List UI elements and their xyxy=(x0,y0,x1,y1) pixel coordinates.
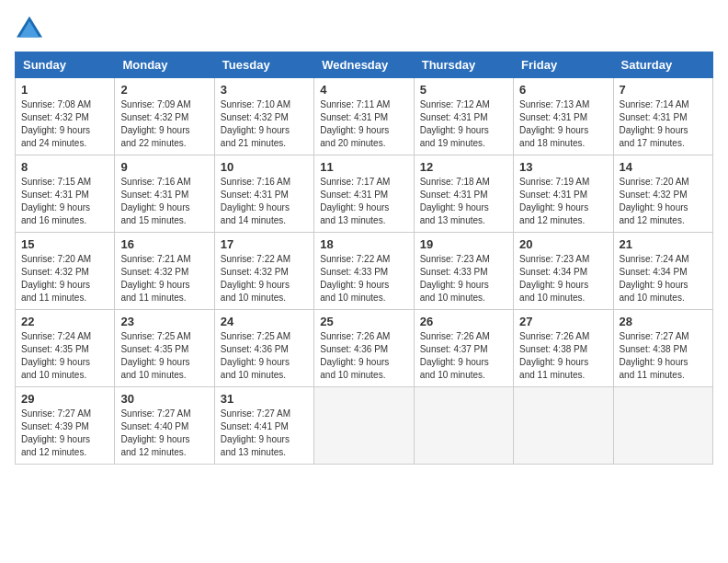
day-info: Sunrise: 7:26 AM Sunset: 4:38 PM Dayligh… xyxy=(519,330,607,382)
day-info: Sunrise: 7:27 AM Sunset: 4:41 PM Dayligh… xyxy=(221,408,308,459)
day-info: Sunrise: 7:27 AM Sunset: 4:40 PM Dayligh… xyxy=(120,408,208,459)
day-cell: 8Sunrise: 7:15 AM Sunset: 4:31 PM Daylig… xyxy=(16,155,115,233)
day-cell: 27Sunrise: 7:26 AM Sunset: 4:38 PM Dayli… xyxy=(514,310,613,387)
day-number: 7 xyxy=(620,83,707,97)
week-row-1: 1Sunrise: 7:08 AM Sunset: 4:32 PM Daylig… xyxy=(16,78,713,155)
day-cell: 29Sunrise: 7:27 AM Sunset: 4:39 PM Dayli… xyxy=(16,387,115,465)
day-number: 6 xyxy=(519,83,607,97)
day-info: Sunrise: 7:23 AM Sunset: 4:33 PM Dayligh… xyxy=(420,253,507,304)
day-number: 24 xyxy=(221,315,308,328)
day-cell: 20Sunrise: 7:23 AM Sunset: 4:34 PM Dayli… xyxy=(514,233,613,310)
week-row-5: 29Sunrise: 7:27 AM Sunset: 4:39 PM Dayli… xyxy=(16,387,713,465)
day-number: 5 xyxy=(420,83,507,97)
day-number: 22 xyxy=(21,315,108,328)
day-number: 17 xyxy=(221,237,308,251)
day-cell: 4Sunrise: 7:11 AM Sunset: 4:31 PM Daylig… xyxy=(314,78,414,155)
day-info: Sunrise: 7:17 AM Sunset: 4:31 PM Dayligh… xyxy=(320,176,407,227)
day-cell: 21Sunrise: 7:24 AM Sunset: 4:34 PM Dayli… xyxy=(613,233,712,310)
day-cell: 12Sunrise: 7:18 AM Sunset: 4:31 PM Dayli… xyxy=(414,155,513,233)
day-number: 1 xyxy=(21,83,108,97)
day-info: Sunrise: 7:20 AM Sunset: 4:32 PM Dayligh… xyxy=(620,176,707,227)
day-number: 4 xyxy=(320,83,407,97)
day-cell xyxy=(514,387,613,465)
header-cell-friday: Friday xyxy=(514,52,613,78)
day-cell: 3Sunrise: 7:10 AM Sunset: 4:32 PM Daylig… xyxy=(214,78,313,155)
day-info: Sunrise: 7:21 AM Sunset: 4:32 PM Dayligh… xyxy=(120,253,208,304)
day-info: Sunrise: 7:27 AM Sunset: 4:38 PM Dayligh… xyxy=(620,330,707,382)
day-info: Sunrise: 7:25 AM Sunset: 4:36 PM Dayligh… xyxy=(221,330,308,382)
header-cell-saturday: Saturday xyxy=(613,52,712,78)
day-info: Sunrise: 7:16 AM Sunset: 4:31 PM Dayligh… xyxy=(221,176,308,227)
day-cell: 16Sunrise: 7:21 AM Sunset: 4:32 PM Dayli… xyxy=(115,233,214,310)
day-cell: 11Sunrise: 7:17 AM Sunset: 4:31 PM Dayli… xyxy=(314,155,414,233)
day-number: 12 xyxy=(420,160,507,174)
day-number: 16 xyxy=(120,237,208,251)
day-number: 23 xyxy=(120,315,208,328)
week-row-3: 15Sunrise: 7:20 AM Sunset: 4:32 PM Dayli… xyxy=(16,233,713,310)
day-number: 21 xyxy=(620,237,707,251)
day-info: Sunrise: 7:10 AM Sunset: 4:32 PM Dayligh… xyxy=(221,98,308,150)
day-number: 26 xyxy=(420,315,507,328)
day-cell: 26Sunrise: 7:26 AM Sunset: 4:37 PM Dayli… xyxy=(414,310,513,387)
day-cell: 24Sunrise: 7:25 AM Sunset: 4:36 PM Dayli… xyxy=(214,310,313,387)
day-cell: 31Sunrise: 7:27 AM Sunset: 4:41 PM Dayli… xyxy=(214,387,313,465)
day-cell: 30Sunrise: 7:27 AM Sunset: 4:40 PM Dayli… xyxy=(115,387,214,465)
day-info: Sunrise: 7:24 AM Sunset: 4:35 PM Dayligh… xyxy=(21,330,108,382)
day-cell xyxy=(613,387,712,465)
day-info: Sunrise: 7:22 AM Sunset: 4:33 PM Dayligh… xyxy=(320,253,407,304)
day-cell xyxy=(414,387,513,465)
day-number: 27 xyxy=(519,315,607,328)
day-cell: 15Sunrise: 7:20 AM Sunset: 4:32 PM Dayli… xyxy=(16,233,115,310)
day-info: Sunrise: 7:18 AM Sunset: 4:31 PM Dayligh… xyxy=(420,176,507,227)
day-cell: 7Sunrise: 7:14 AM Sunset: 4:31 PM Daylig… xyxy=(613,78,712,155)
day-info: Sunrise: 7:24 AM Sunset: 4:34 PM Dayligh… xyxy=(620,253,707,304)
day-info: Sunrise: 7:14 AM Sunset: 4:31 PM Dayligh… xyxy=(620,98,707,150)
day-number: 28 xyxy=(620,315,707,328)
page-header xyxy=(15,15,713,40)
header-cell-sunday: Sunday xyxy=(16,52,115,78)
logo xyxy=(15,15,48,40)
header-row: SundayMondayTuesdayWednesdayThursdayFrid… xyxy=(16,52,713,78)
day-info: Sunrise: 7:26 AM Sunset: 4:37 PM Dayligh… xyxy=(420,330,507,382)
day-number: 15 xyxy=(21,237,108,251)
day-number: 25 xyxy=(320,315,407,328)
day-number: 19 xyxy=(420,237,507,251)
day-cell: 19Sunrise: 7:23 AM Sunset: 4:33 PM Dayli… xyxy=(414,233,513,310)
day-number: 31 xyxy=(221,392,308,406)
calendar-table: SundayMondayTuesdayWednesdayThursdayFrid… xyxy=(15,52,713,465)
day-cell: 2Sunrise: 7:09 AM Sunset: 4:32 PM Daylig… xyxy=(115,78,214,155)
day-info: Sunrise: 7:23 AM Sunset: 4:34 PM Dayligh… xyxy=(519,253,607,304)
day-info: Sunrise: 7:26 AM Sunset: 4:36 PM Dayligh… xyxy=(320,330,407,382)
day-number: 10 xyxy=(221,160,308,174)
day-info: Sunrise: 7:16 AM Sunset: 4:31 PM Dayligh… xyxy=(120,176,208,227)
day-cell: 28Sunrise: 7:27 AM Sunset: 4:38 PM Dayli… xyxy=(613,310,712,387)
day-number: 18 xyxy=(320,237,407,251)
day-cell xyxy=(314,387,414,465)
day-cell: 9Sunrise: 7:16 AM Sunset: 4:31 PM Daylig… xyxy=(115,155,214,233)
day-number: 8 xyxy=(21,160,108,174)
day-cell: 22Sunrise: 7:24 AM Sunset: 4:35 PM Dayli… xyxy=(16,310,115,387)
day-cell: 13Sunrise: 7:19 AM Sunset: 4:31 PM Dayli… xyxy=(514,155,613,233)
day-info: Sunrise: 7:11 AM Sunset: 4:31 PM Dayligh… xyxy=(320,98,407,150)
day-info: Sunrise: 7:27 AM Sunset: 4:39 PM Dayligh… xyxy=(21,408,108,459)
day-info: Sunrise: 7:09 AM Sunset: 4:32 PM Dayligh… xyxy=(120,98,208,150)
day-number: 20 xyxy=(519,237,607,251)
day-number: 13 xyxy=(519,160,607,174)
day-number: 29 xyxy=(21,392,108,406)
week-row-4: 22Sunrise: 7:24 AM Sunset: 4:35 PM Dayli… xyxy=(16,310,713,387)
day-number: 30 xyxy=(120,392,208,406)
day-info: Sunrise: 7:20 AM Sunset: 4:32 PM Dayligh… xyxy=(21,253,108,304)
day-cell: 17Sunrise: 7:22 AM Sunset: 4:32 PM Dayli… xyxy=(214,233,313,310)
header-cell-wednesday: Wednesday xyxy=(314,52,414,78)
header-cell-thursday: Thursday xyxy=(414,52,513,78)
week-row-2: 8Sunrise: 7:15 AM Sunset: 4:31 PM Daylig… xyxy=(16,155,713,233)
day-cell: 14Sunrise: 7:20 AM Sunset: 4:32 PM Dayli… xyxy=(613,155,712,233)
day-info: Sunrise: 7:19 AM Sunset: 4:31 PM Dayligh… xyxy=(519,176,607,227)
day-cell: 10Sunrise: 7:16 AM Sunset: 4:31 PM Dayli… xyxy=(214,155,313,233)
day-info: Sunrise: 7:12 AM Sunset: 4:31 PM Dayligh… xyxy=(420,98,507,150)
logo-icon xyxy=(15,15,44,40)
header-cell-monday: Monday xyxy=(115,52,214,78)
day-info: Sunrise: 7:08 AM Sunset: 4:32 PM Dayligh… xyxy=(21,98,108,150)
day-number: 9 xyxy=(120,160,208,174)
day-number: 2 xyxy=(120,83,208,97)
